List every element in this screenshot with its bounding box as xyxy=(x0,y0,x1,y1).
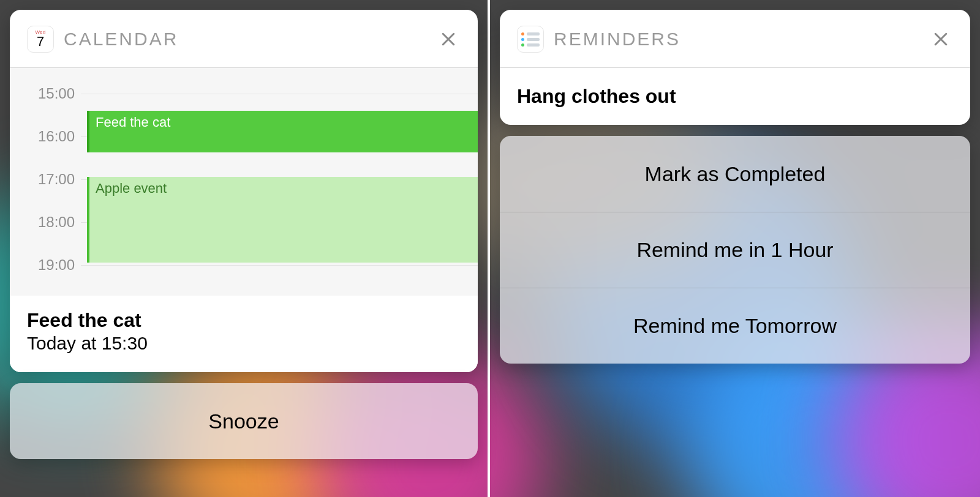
calendar-card: Wed 7 CALENDAR 15:00 16:00 17:00 18:00 1… xyxy=(10,10,478,372)
reminder-body: Hang clothes out xyxy=(500,68,970,125)
reminders-card: REMINDERS Hang clothes out xyxy=(500,10,970,125)
remind-tomorrow-button[interactable]: Remind me Tomorrow xyxy=(500,288,970,364)
reminder-text: Hang clothes out xyxy=(517,85,953,108)
reminders-app-icon xyxy=(517,26,544,53)
close-icon xyxy=(932,30,950,48)
calendar-timeline: 15:00 16:00 17:00 18:00 19:00 Feed the c… xyxy=(10,68,478,296)
calendar-event[interactable]: Feed the cat xyxy=(87,111,478,152)
close-button[interactable] xyxy=(929,27,953,51)
hour-label: 18:00 xyxy=(10,214,81,231)
hour-label: 19:00 xyxy=(10,256,81,274)
calendar-detail: Feed the cat Today at 15:30 xyxy=(10,296,478,372)
hour-label: 16:00 xyxy=(10,128,81,145)
reminders-actions: Mark as Completed Remind me in 1 Hour Re… xyxy=(500,136,970,364)
calendar-header: Wed 7 CALENDAR xyxy=(10,10,478,68)
hour-label: 15:00 xyxy=(10,85,81,102)
reminders-notification-pane: REMINDERS Hang clothes out Mark as Compl… xyxy=(490,0,980,497)
close-icon xyxy=(439,30,458,48)
calendar-event-title: Feed the cat xyxy=(96,114,170,130)
calendar-icon-daynum: 7 xyxy=(37,35,44,48)
calendar-notification-pane: Wed 7 CALENDAR 15:00 16:00 17:00 18:00 1… xyxy=(0,0,490,497)
event-detail-title: Feed the cat xyxy=(27,309,461,332)
mark-completed-button[interactable]: Mark as Completed xyxy=(500,136,970,212)
reminders-app-label: REMINDERS xyxy=(554,29,919,50)
event-detail-time: Today at 15:30 xyxy=(27,333,461,354)
hour-label: 17:00 xyxy=(10,171,81,188)
snooze-button[interactable]: Snooze xyxy=(10,383,478,459)
reminders-header: REMINDERS xyxy=(500,10,970,68)
close-button[interactable] xyxy=(436,27,461,51)
calendar-event[interactable]: Apple event xyxy=(87,177,478,263)
remind-1-hour-button[interactable]: Remind me in 1 Hour xyxy=(500,212,970,288)
calendar-event-title: Apple event xyxy=(96,181,167,196)
calendar-app-icon: Wed 7 xyxy=(27,26,54,53)
calendar-actions: Snooze xyxy=(10,383,478,459)
calendar-app-label: CALENDAR xyxy=(64,29,426,50)
